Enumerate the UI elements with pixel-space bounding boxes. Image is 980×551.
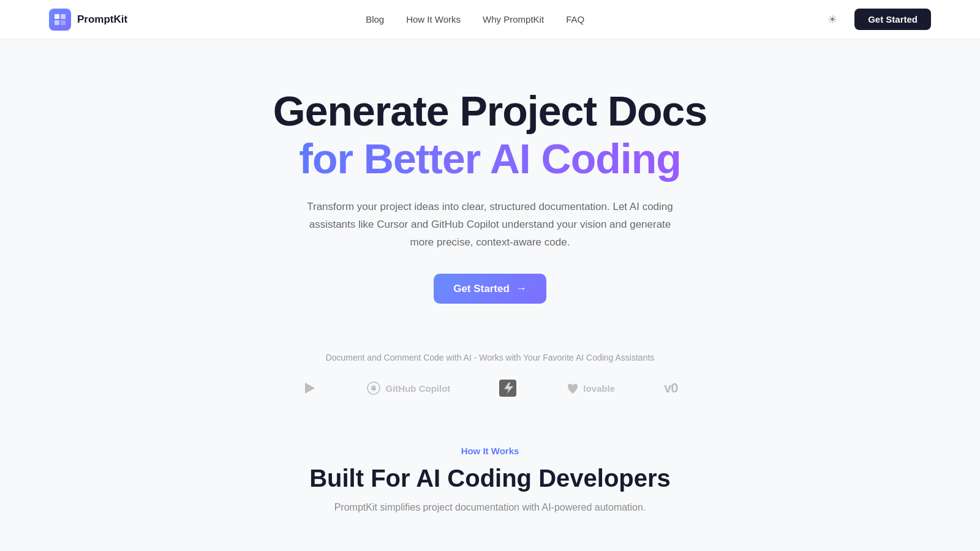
brand-logo[interactable]: PromptKit xyxy=(49,9,127,31)
partners-section: Document and Comment Code with AI - Work… xyxy=(0,328,980,409)
nav-how-it-works[interactable]: How It Works xyxy=(406,14,461,24)
hero-get-started-button[interactable]: Get Started → xyxy=(434,274,546,304)
partner-cursor xyxy=(303,381,317,395)
partners-logos: GitHub Copilot lovable v0 xyxy=(303,380,678,397)
nav-faq[interactable]: FAQ xyxy=(566,14,584,24)
hero-title-line2: for Better AI Coding xyxy=(273,134,707,184)
hero-section: Generate Project Docs for Better AI Codi… xyxy=(0,39,980,328)
partner-github-copilot-text: GitHub Copilot xyxy=(386,383,451,394)
svg-point-6 xyxy=(374,387,375,388)
partner-bolt xyxy=(499,380,516,397)
navbar-right: ☀ Get Started xyxy=(823,9,931,30)
brand-name: PromptKit xyxy=(77,13,127,26)
arrow-icon: → xyxy=(516,282,527,295)
navbar: PromptKit Blog How It Works Why PromptKi… xyxy=(0,0,980,39)
nav-get-started-button[interactable]: Get Started xyxy=(854,9,931,30)
nav-why-promptkit[interactable]: Why PromptKit xyxy=(483,14,544,24)
svg-rect-3 xyxy=(61,20,66,25)
theme-toggle-button[interactable]: ☀ xyxy=(823,10,842,29)
how-it-works-label: How It Works xyxy=(461,446,519,456)
partner-lovable: lovable xyxy=(565,381,615,395)
hero-title: Generate Project Docs for Better AI Codi… xyxy=(273,88,707,184)
partner-v0-text: v0 xyxy=(664,380,677,396)
partner-v0: v0 xyxy=(664,380,677,396)
partners-label: Document and Comment Code with AI - Work… xyxy=(326,353,655,362)
bolt-logo-icon xyxy=(499,380,516,397)
partner-lovable-text: lovable xyxy=(583,383,615,394)
svg-rect-0 xyxy=(55,14,59,19)
hero-title-line1: Generate Project Docs xyxy=(273,88,707,134)
svg-rect-2 xyxy=(55,20,59,25)
svg-point-5 xyxy=(371,387,372,388)
hero-subtitle: Transform your project ideas into clear,… xyxy=(300,198,680,252)
logo-icon xyxy=(49,9,71,31)
how-it-works-description: PromptKit simplifies project documentati… xyxy=(334,502,646,513)
partner-github-copilot: GitHub Copilot xyxy=(366,381,451,395)
how-it-works-title: Built For AI Coding Developers xyxy=(309,465,671,492)
how-it-works-section: How It Works Built For AI Coding Develop… xyxy=(0,409,980,525)
nav-links: Blog How It Works Why PromptKit FAQ xyxy=(366,14,584,24)
nav-blog[interactable]: Blog xyxy=(366,14,384,24)
svg-rect-1 xyxy=(61,14,66,19)
hero-cta-label: Get Started xyxy=(453,283,510,295)
